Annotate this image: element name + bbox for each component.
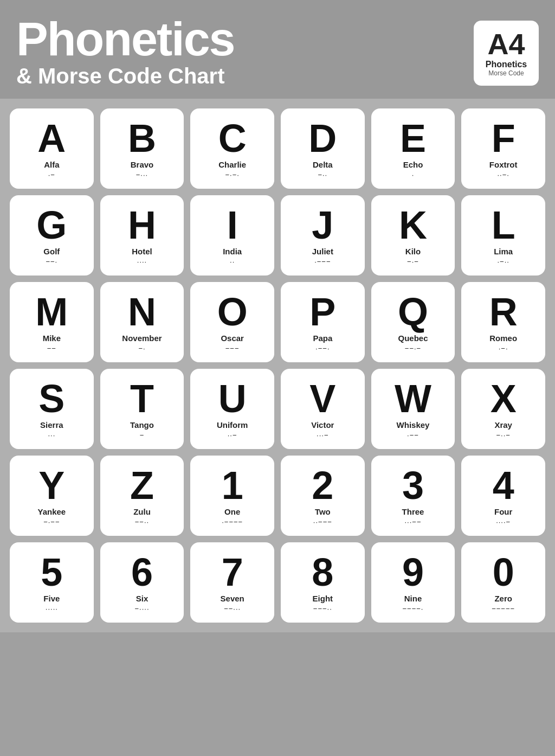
card-letter: 0 xyxy=(493,553,514,592)
card-letter: H xyxy=(128,206,156,245)
card-morse: −−··· xyxy=(224,605,241,613)
card-j: JJuliet·−−− xyxy=(281,195,365,276)
card-u: UUniform··− xyxy=(190,369,274,449)
card-word: Delta xyxy=(313,160,333,169)
card-morse: −·−− xyxy=(43,518,60,526)
card-morse: −−−·· xyxy=(313,605,332,613)
card-morse: ·· xyxy=(230,258,235,266)
card-morse: −· xyxy=(138,344,145,353)
card-x: XXray−··− xyxy=(461,369,545,449)
card-letter: G xyxy=(36,206,67,245)
card-morse: ·−−−− xyxy=(222,518,243,526)
card-i: IIndia·· xyxy=(190,195,274,276)
card-7: 7Seven−−··· xyxy=(190,542,274,623)
header-title-block: Phonetics & Morse Code Chart xyxy=(16,15,235,88)
card-morse: −−· xyxy=(46,258,57,266)
card-s: SSierra··· xyxy=(10,369,94,449)
card-word: Charlie xyxy=(218,160,246,169)
card-letter: F xyxy=(492,119,515,158)
card-morse: −−−−− xyxy=(492,605,515,613)
card-word: Lima xyxy=(494,247,513,256)
badge-line1: Phonetics xyxy=(486,60,527,69)
card-m: MMike−− xyxy=(10,282,94,362)
card-word: Seven xyxy=(221,594,244,603)
card-letter: C xyxy=(218,119,247,158)
card-g: GGolf−−· xyxy=(10,195,94,276)
card-letter: A xyxy=(37,119,66,158)
card-letter: 3 xyxy=(402,466,424,505)
card-morse: ·−−· xyxy=(315,344,330,353)
card-letter: R xyxy=(489,292,518,331)
card-morse: ··−−− xyxy=(313,518,332,526)
card-5: 5Five····· xyxy=(10,542,94,623)
card-4: 4Four····− xyxy=(461,456,545,536)
subtitle: & Morse Code Chart xyxy=(16,64,235,88)
card-letter: U xyxy=(218,379,247,418)
card-p: PPapa·−−· xyxy=(281,282,365,362)
card-word: India xyxy=(223,247,242,256)
card-word: Four xyxy=(494,507,512,516)
card-word: November xyxy=(122,334,162,343)
card-morse: ···− xyxy=(317,431,328,439)
card-letter: 8 xyxy=(312,553,333,592)
card-letter: I xyxy=(227,206,238,245)
card-h: HHotel···· xyxy=(100,195,184,276)
card-morse: · xyxy=(412,171,415,179)
card-b: BBravo−··· xyxy=(100,108,184,189)
card-word: Foxtrot xyxy=(489,160,518,169)
card-morse: ·−−− xyxy=(314,258,331,266)
card-0: 0Zero−−−−− xyxy=(461,542,545,623)
card-letter: Z xyxy=(130,466,154,505)
card-morse: ··− xyxy=(228,431,237,439)
card-morse: −−·− xyxy=(405,344,421,353)
card-morse: ·− xyxy=(48,171,55,179)
main-title: Phonetics xyxy=(16,15,235,63)
card-letter: X xyxy=(491,379,517,418)
card-letter: 7 xyxy=(222,553,243,592)
card-word: Nine xyxy=(404,594,422,603)
card-letter: N xyxy=(128,292,156,331)
card-letter: D xyxy=(308,119,337,158)
card-word: Whiskey xyxy=(397,420,430,430)
card-word: Papa xyxy=(313,334,332,343)
card-d: DDelta−·· xyxy=(281,108,365,189)
card-morse: ··· xyxy=(48,431,55,439)
card-morse: ····− xyxy=(496,518,511,526)
card-letter: 4 xyxy=(493,466,514,505)
card-word: Tango xyxy=(130,420,154,430)
card-8: 8Eight−−−·· xyxy=(281,542,365,623)
card-letter: L xyxy=(492,206,515,245)
card-3: 3Three···−− xyxy=(371,456,455,536)
card-morse: ·−· xyxy=(499,344,508,353)
card-word: Five xyxy=(43,594,60,603)
badge-line2: Morse Code xyxy=(488,69,524,77)
card-morse: −−− xyxy=(225,344,240,353)
card-morse: −− xyxy=(47,344,56,353)
card-morse: ·−− xyxy=(407,431,419,439)
card-o: OOscar−−− xyxy=(190,282,274,362)
card-letter: 2 xyxy=(312,466,333,505)
card-word: Xray xyxy=(494,420,512,430)
card-word: Romeo xyxy=(489,334,517,343)
card-r: RRomeo·−· xyxy=(461,282,545,362)
card-letter: T xyxy=(130,379,154,418)
card-z: ZZulu−−·· xyxy=(100,456,184,536)
card-word: Uniform xyxy=(217,420,248,430)
card-morse: ···−− xyxy=(404,518,421,526)
card-letter: 9 xyxy=(402,553,424,592)
card-word: Quebec xyxy=(398,334,428,343)
card-morse: −·· xyxy=(318,171,327,179)
card-a: AAlfa·− xyxy=(10,108,94,189)
card-letter: S xyxy=(38,379,64,418)
card-6: 6Six−···· xyxy=(100,542,184,623)
a4-badge: A4 Phonetics Morse Code xyxy=(474,21,539,86)
card-morse: ···· xyxy=(137,258,147,266)
card-9: 9Nine−−−−· xyxy=(371,542,455,623)
card-word: Juliet xyxy=(312,247,333,256)
card-morse: − xyxy=(140,431,145,439)
card-n: NNovember−· xyxy=(100,282,184,362)
card-letter: P xyxy=(309,292,335,331)
card-morse: −···· xyxy=(134,605,149,613)
card-morse: −·− xyxy=(407,258,419,266)
card-word: Two xyxy=(315,507,331,516)
